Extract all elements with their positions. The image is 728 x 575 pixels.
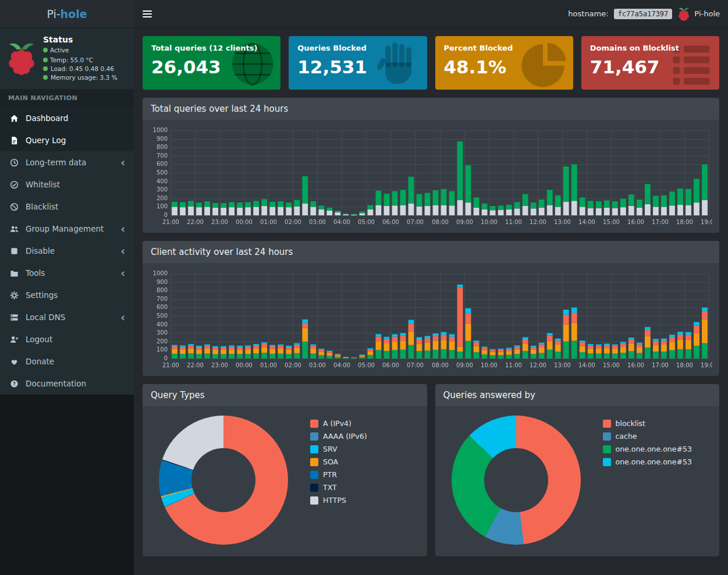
panel-title: Client activity over last 24 hours [143, 241, 719, 263]
status-temp: Temp: 55.0 °C [50, 56, 93, 63]
users-icon [9, 225, 19, 233]
legend-item[interactable]: cache [603, 432, 692, 441]
status-panel: Status Active Temp: 55.0 °C Load: 0.45 0… [0, 28, 134, 89]
domains-blocklist-value: 71,467 [590, 56, 711, 77]
top-navbar: Pi-hole hostname: fc77a5a17397 Pi-hole [0, 0, 728, 28]
logo-hole: hole [61, 8, 87, 20]
file-icon [9, 136, 19, 145]
panel-title: Total queries over last 24 hours [143, 98, 719, 120]
navbar-brand: Pi-hole [677, 7, 720, 21]
legend-item[interactable]: SRV [310, 445, 367, 453]
panel-query-types: Query Types A (IPv4) AAAA (IPv6) SRV SOA… [143, 384, 427, 556]
queries-answered-donut-chart[interactable] [452, 416, 581, 545]
svg-text:?: ? [13, 381, 16, 386]
legend-item[interactable]: PTR [310, 470, 367, 479]
query-types-legend: A (IPv4) AAAA (IPv6) SRV SOA PTR TXT HTT… [310, 419, 367, 505]
legend-swatch [310, 445, 318, 453]
legend-item[interactable]: HTTPS [310, 496, 367, 505]
legend-item[interactable]: A (IPv4) [310, 419, 367, 428]
chevron-left-icon: ‹ [120, 226, 125, 232]
status-title: Status [43, 35, 128, 44]
legend-swatch [310, 471, 318, 479]
sidebar-item-whitelist[interactable]: Whitelist [0, 173, 134, 196]
sidebar-item-disable[interactable]: Disable ‹ [0, 240, 134, 262]
legend-swatch [603, 420, 611, 428]
sidebar-item-logout[interactable]: Logout [0, 328, 134, 350]
panel-title: Query Types [143, 384, 427, 406]
legend-swatch [310, 458, 318, 466]
donut-hole [484, 448, 548, 512]
stat-card-percent-blocked[interactable]: Percent Blocked 48.1% [435, 36, 573, 90]
sidebar-item-local-dns[interactable]: Local DNS ‹ [0, 306, 134, 328]
legend-item[interactable]: one.one.one.one#53 [603, 457, 692, 466]
sidebar-item-query-log[interactable]: Query Log [0, 129, 134, 151]
folder-icon [9, 269, 19, 278]
question-circle-icon: ? [9, 379, 19, 388]
donut-hole [191, 448, 255, 512]
hostname-label: hostname: [568, 9, 608, 18]
stat-card-domains-blocklist[interactable]: Domains on Blocklist 71,467 [581, 36, 719, 90]
hostname-badge: fc77a5a17397 [614, 9, 673, 19]
sidebar-footer-area [0, 395, 134, 575]
sidebar-item-group-management[interactable]: Group Management ‹ [0, 218, 134, 240]
status-memory-dot-icon [43, 75, 48, 80]
legend-swatch [310, 496, 318, 505]
hamburger-icon [143, 10, 152, 12]
legend-item[interactable]: one.one.one.one#53 [603, 445, 692, 453]
raspberry-icon [677, 7, 690, 21]
logo-pi: Pi- [47, 8, 60, 20]
panel-total-queries: Total queries over last 24 hours [143, 98, 719, 233]
legend-swatch [310, 484, 318, 492]
legend-swatch [310, 420, 318, 428]
sidebar-item-donate[interactable]: Donate [0, 350, 134, 372]
status-temp-dot-icon [43, 58, 48, 62]
status-load-dot-icon [43, 66, 48, 71]
queries-answered-legend: blocklist cache one.one.one.one#53 one.o… [603, 419, 692, 466]
sidebar-item-documentation[interactable]: ? Documentation [0, 372, 134, 395]
server-icon [9, 313, 19, 322]
status-active: Active [50, 47, 69, 54]
sidebar-item-blacklist[interactable]: Blacklist [0, 196, 134, 218]
app-logo[interactable]: Pi-hole [0, 0, 134, 27]
chevron-left-icon: ‹ [120, 270, 125, 276]
status-memory: Memory usage: 3.3 % [51, 74, 118, 81]
raspberry-logo [6, 41, 37, 75]
stat-card-queries-blocked[interactable]: Queries Blocked 12,531 [289, 36, 427, 90]
status-load: Load: 0.45 0.48 0.46 [51, 65, 114, 72]
sidebar-nav: Dashboard Query Log Long-term data ‹ Whi… [0, 107, 134, 395]
ban-icon [9, 203, 19, 211]
main-content: Total queries (12 clients) 26,043 Querie… [134, 28, 728, 575]
check-circle-icon [9, 180, 19, 189]
hamburger-menu-button[interactable] [134, 0, 161, 27]
legend-swatch [603, 445, 611, 453]
gear-icon [9, 291, 19, 300]
panel-client-activity: Client activity over last 24 hours [143, 241, 719, 376]
legend-swatch [603, 432, 611, 441]
brand-text: Pi-hole [694, 9, 720, 18]
legend-item[interactable]: TXT [310, 483, 367, 492]
status-active-dot-icon [43, 48, 48, 52]
total-queries-chart[interactable] [150, 126, 712, 229]
legend-swatch [603, 458, 611, 466]
sidebar-item-tools[interactable]: Tools ‹ [0, 262, 134, 284]
client-activity-chart[interactable] [150, 269, 712, 372]
panel-title: Queries answered by [435, 384, 720, 406]
home-icon [9, 114, 19, 123]
pihole-admin-app: Pi-hole hostname: fc77a5a17397 Pi-hole S… [0, 0, 728, 575]
stat-card-total-queries[interactable]: Total queries (12 clients) 26,043 [143, 36, 280, 90]
legend-item[interactable]: SOA [310, 457, 367, 466]
sidebar-item-long-term-data[interactable]: Long-term data ‹ [0, 151, 134, 173]
summary-cards: Total queries (12 clients) 26,043 Querie… [143, 36, 719, 90]
clock-icon [9, 158, 19, 167]
donate-icon [9, 357, 19, 366]
chevron-left-icon: ‹ [120, 159, 125, 165]
sidebar-item-dashboard[interactable]: Dashboard [0, 107, 134, 129]
query-types-donut-chart[interactable] [159, 416, 288, 545]
legend-item[interactable]: blocklist [603, 419, 692, 428]
legend-item[interactable]: AAAA (IPv6) [310, 432, 367, 441]
nav-section-header: MAIN NAVIGATION [0, 89, 134, 107]
sidebar-item-settings[interactable]: Settings [0, 284, 134, 306]
chevron-left-icon: ‹ [120, 314, 125, 320]
queries-blocked-value: 12,531 [297, 56, 418, 77]
sidebar: Status Active Temp: 55.0 °C Load: 0.45 0… [0, 28, 134, 575]
